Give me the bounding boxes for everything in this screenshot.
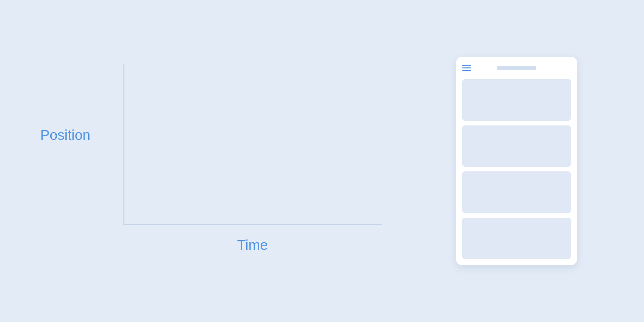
hamburger-line bbox=[462, 65, 471, 66]
hamburger-line bbox=[462, 67, 471, 68]
phone-header bbox=[462, 63, 571, 72]
main-container: Position Time bbox=[0, 0, 644, 322]
list-item[interactable] bbox=[462, 171, 571, 213]
phone-card-list[interactable] bbox=[462, 79, 571, 259]
hamburger-menu-icon[interactable] bbox=[462, 65, 471, 71]
chart-xlabel: Time bbox=[123, 237, 382, 253]
list-item[interactable] bbox=[462, 218, 571, 259]
list-item[interactable] bbox=[462, 79, 571, 121]
chart-ylabel: Position bbox=[40, 127, 90, 143]
list-item[interactable] bbox=[462, 125, 571, 167]
chart-y-axis bbox=[123, 64, 124, 225]
phone-mockup bbox=[456, 57, 577, 265]
hamburger-line bbox=[462, 70, 471, 71]
phone-title-placeholder bbox=[497, 66, 536, 70]
chart-frame bbox=[123, 64, 382, 225]
chart-x-axis bbox=[123, 224, 382, 225]
chart-area: Position Time bbox=[40, 54, 382, 268]
